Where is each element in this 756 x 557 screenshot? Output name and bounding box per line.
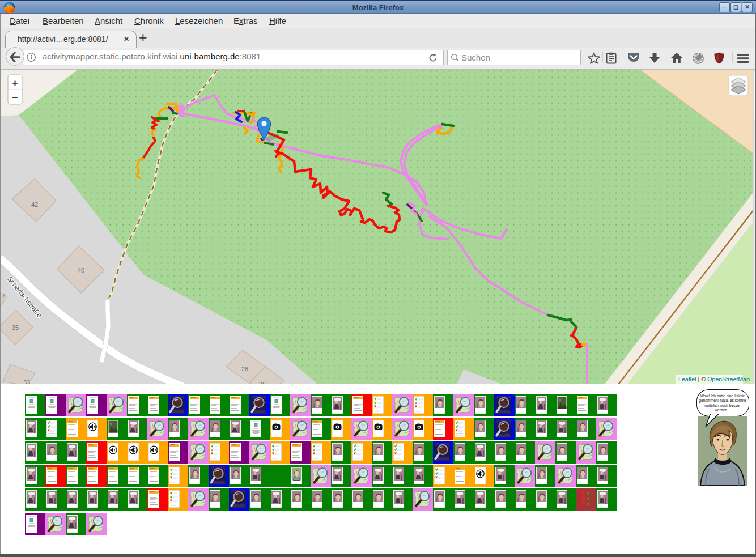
svg-text:26: 26: [259, 381, 266, 384]
svg-text:+: +: [12, 78, 18, 88]
svg-text:Leaflet | © OpenStreetMap: Leaflet | © OpenStreetMap: [678, 376, 750, 382]
svg-text:−: −: [12, 92, 18, 103]
svg-text:werden...: werden...: [714, 408, 730, 412]
svg-text:genommen! Naja, es könnte: genommen! Naja, es könnte: [699, 398, 746, 403]
svg-text:natürlich noch besser: natürlich noch besser: [704, 403, 741, 407]
svg-text:40: 40: [78, 267, 84, 274]
svg-text:42: 42: [31, 201, 38, 208]
svg-text:33: 33: [23, 379, 30, 384]
svg-text:7: 7: [2, 292, 5, 299]
svg-text:35: 35: [12, 324, 19, 331]
svg-text:Wow! Ich habe eine Hürde: Wow! Ich habe eine Hürde: [700, 394, 745, 398]
svg-text:28: 28: [241, 365, 248, 372]
